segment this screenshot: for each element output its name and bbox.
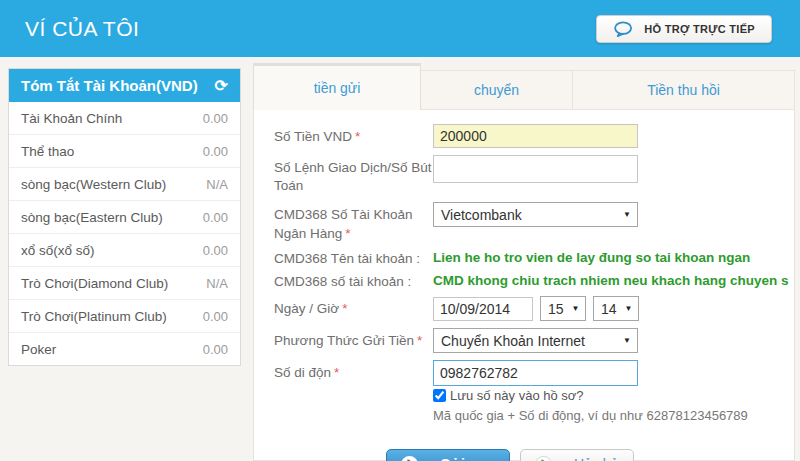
deposit-method-selected-option: Chuyển Khoản Internet [441, 333, 585, 349]
page-title: VÍ CỦA TÔI [25, 17, 139, 41]
deposit-method-select[interactable]: Chuyển Khoản Internet ▼ [433, 328, 638, 353]
account-label: sòng bạc(Western Club) [21, 177, 166, 192]
account-balance: N/A [206, 177, 228, 192]
account-label: Poker [21, 342, 56, 357]
account-row: xổ số(xổ số) 0.00 [9, 234, 240, 267]
main-content: tiền gửi chuyển Tiền thu hồi Số Tiền VND… [253, 63, 795, 461]
account-name-label: CMD368 Tên tài khoản : [274, 246, 433, 268]
chevron-down-icon: ▼ [625, 304, 633, 313]
account-summary-list: Tài Khoản Chính 0.00 Thể thao 0.00 sòng … [9, 102, 240, 365]
save-number-checkbox[interactable] [433, 389, 446, 402]
account-row: Tài Khoản Chính 0.00 [9, 102, 240, 135]
account-balance: 0.00 [203, 210, 228, 225]
submit-button-label: Gửi [440, 456, 465, 461]
arrow-right-icon: ❯ [535, 456, 552, 461]
required-marker: * [345, 226, 350, 241]
chevron-down-icon: ▼ [623, 336, 631, 345]
account-row: sòng bạc(Western Club) N/A [9, 168, 240, 201]
account-summary-title: Tóm Tắt Tài Khoản(VND) [21, 77, 198, 94]
live-support-label: HỖ TRỢ TRỰC TIẾP [644, 23, 755, 35]
account-row: Thể thao 0.00 [9, 135, 240, 168]
account-label: Trò Chơi(Platinum Club) [21, 309, 167, 324]
save-number-label: Lưu số này vào hồ sơ? [450, 388, 584, 403]
account-number-value: CMD khong chiu trach nhiem neu khach han… [433, 269, 789, 288]
submit-button[interactable]: ❯ Gửi [386, 449, 510, 461]
account-label: Trò Chơi(Diamond Club) [21, 276, 168, 291]
account-row: Trò Chơi(Platinum Club) 0.00 [9, 300, 240, 333]
minute-selected-option: 14 [601, 301, 617, 317]
amount-row: Số Tiền VND* [274, 124, 794, 148]
order-number-row: Số Lệnh Giao Dịch/Số Bút Toán [274, 155, 794, 195]
bank-account-row: CMD368 Số Tài Khoản Ngân Hàng* Vietcomba… [274, 202, 794, 242]
account-balance: 0.00 [203, 342, 228, 357]
required-marker: * [355, 129, 360, 144]
account-label: sòng bạc(Eastern Club) [21, 210, 163, 225]
account-summary-panel: Tóm Tắt Tài Khoản(VND) ⟳ Tài Khoản Chính… [8, 68, 241, 366]
bank-selected-option: Vietcombank [441, 207, 522, 223]
account-name-row: CMD368 Tên tài khoản : Lien he ho tro vi… [274, 246, 794, 268]
tab-label: chuyển [474, 82, 519, 98]
hour-select[interactable]: 15 ▼ [540, 296, 586, 321]
account-row: sòng bạc(Eastern Club) 0.00 [9, 201, 240, 234]
deposit-method-row: Phương Thức Gửi Tiền* Chuyển Khoản Inter… [274, 328, 794, 353]
account-name-value: Lien he ho tro vien de lay đung so tai k… [433, 246, 750, 265]
tab-label: tiền gửi [314, 80, 361, 96]
chat-bubble-icon [613, 21, 635, 37]
cancel-button[interactable]: ❯ Hủy bỏ [520, 449, 634, 461]
required-marker: * [334, 365, 339, 380]
account-balance: 0.00 [203, 243, 228, 258]
account-row: Poker 0.00 [9, 333, 240, 365]
account-label: Thể thao [21, 144, 74, 159]
datetime-label: Ngày / Giờ* [274, 296, 433, 318]
tab[interactable]: tiền gửi [253, 63, 421, 110]
order-number-input[interactable] [433, 155, 638, 183]
date-input[interactable] [433, 297, 533, 321]
account-row: Trò Chơi(Diamond Club) N/A [9, 267, 240, 300]
account-balance: N/A [206, 276, 228, 291]
account-balance: 0.00 [203, 111, 228, 126]
account-balance: 0.00 [203, 309, 228, 324]
account-label: Tài Khoản Chính [21, 111, 122, 126]
minute-select[interactable]: 14 ▼ [593, 296, 639, 321]
deposit-form-panel: Số Tiền VND* Số Lệnh Giao Dịch/Số Bút To… [253, 110, 795, 461]
arrow-right-icon: ❯ [401, 456, 418, 461]
form-actions: ❯ Gửi ❯ Hủy bỏ [386, 449, 794, 461]
chevron-down-icon: ▼ [572, 304, 580, 313]
account-number-row: CMD368 số tài khoản : CMD khong chiu tra… [274, 269, 794, 291]
mobile-label: Số di độn* [274, 360, 433, 382]
chevron-down-icon: ▼ [623, 210, 631, 219]
save-number-row: Lưu số này vào hồ sơ? [433, 388, 794, 403]
order-number-label: Số Lệnh Giao Dịch/Số Bút Toán [274, 155, 433, 195]
mobile-input[interactable] [433, 360, 638, 386]
account-label: xổ số(xổ số) [21, 243, 95, 258]
tab[interactable]: chuyển [421, 70, 573, 110]
tab[interactable]: Tiền thu hồi [573, 70, 795, 110]
required-marker: * [342, 301, 347, 316]
page-header: VÍ CỦA TÔI HỖ TRỢ TRỰC TIẾP [0, 0, 800, 57]
live-support-button[interactable]: HỖ TRỢ TRỰC TIẾP [596, 15, 772, 43]
account-summary-header: Tóm Tắt Tài Khoản(VND) ⟳ [9, 69, 240, 102]
mobile-hint: Mã quốc gia + Số di động, ví dụ như 6287… [433, 408, 794, 423]
bank-account-label: CMD368 Số Tài Khoản Ngân Hàng* [274, 202, 433, 242]
bank-select[interactable]: Vietcombank ▼ [433, 202, 638, 227]
account-balance: 0.00 [203, 144, 228, 159]
amount-input[interactable] [433, 124, 638, 148]
mobile-row: Số di độn* [274, 360, 794, 386]
refresh-icon[interactable]: ⟳ [215, 78, 228, 94]
required-marker: * [417, 333, 422, 348]
account-number-label: CMD368 số tài khoản : [274, 269, 433, 291]
tab-label: Tiền thu hồi [647, 82, 720, 98]
cancel-button-label: Hủy bỏ [574, 456, 618, 461]
tab-bar: tiền gửi chuyển Tiền thu hồi [253, 63, 795, 110]
deposit-method-label: Phương Thức Gửi Tiền* [274, 328, 433, 350]
datetime-row: Ngày / Giờ* 15 ▼ 14 ▼ [274, 296, 794, 321]
hour-selected-option: 15 [548, 301, 564, 317]
amount-label: Số Tiền VND* [274, 124, 433, 146]
